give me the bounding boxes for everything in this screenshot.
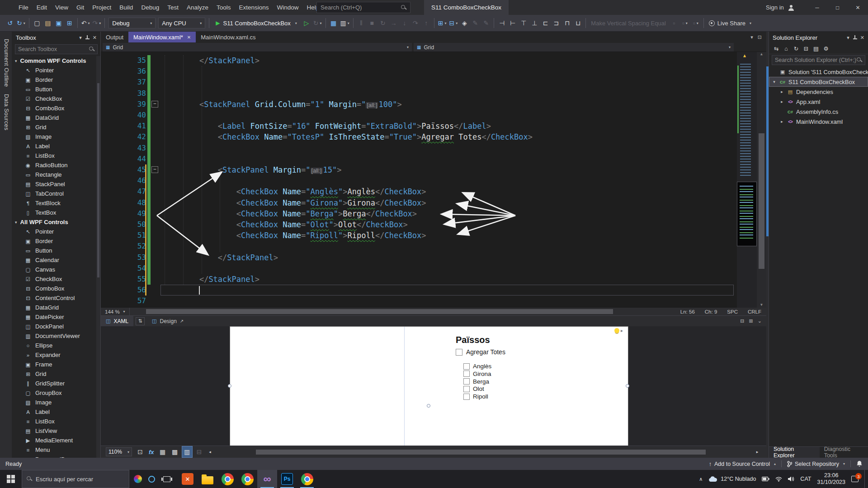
taskbar-app-file-explorer[interactable] [198,470,217,488]
close-button[interactable]: ✕ [848,0,868,15]
dock-icon[interactable]: ⊔ [572,17,583,29]
widgets-icon[interactable] [134,475,142,483]
taskbar-clock[interactable]: 23:06 31/10/2023 [817,472,845,486]
code-line-50[interactable]: 50 <CheckBox Name="Olot">Olot</CheckBox> [101,219,766,230]
tab-mainwindow-xaml[interactable]: MainWindow.xaml*✕ [128,32,196,42]
toolbox-item-label[interactable]: ALabel [12,141,100,151]
code-editor[interactable]: 35 </StackPanel>36373839− <StackPanel Gr… [101,52,766,308]
menu-git[interactable]: Git [72,0,88,15]
uncomment-icon[interactable]: ✎ [481,17,491,29]
toolbox-item-menu[interactable]: ≡Menu [12,445,100,455]
lightbulb-suggestion[interactable]: ▸ [614,328,623,333]
wifi-icon[interactable] [775,477,782,482]
menu-view[interactable]: View [51,0,72,15]
show-next-statement-icon[interactable]: → [388,17,399,29]
design-view-tab[interactable]: ◫Design↗ [147,316,189,327]
snap-to-grid-icon[interactable]: ▩ [170,446,180,458]
restart-icon[interactable]: ↻ [377,17,388,29]
hot-reload-icon[interactable]: ↻▾ [312,17,323,29]
scrollbar-thumb[interactable] [256,450,706,455]
close-tab-icon[interactable]: ✕ [187,35,191,40]
horizontal-scrollbar[interactable] [130,308,673,315]
design-surface[interactable]: Païssos Agregar Totes AnglèsGironaBergaO… [101,326,766,446]
menu-tools[interactable]: Tools [212,0,235,15]
menu-build[interactable]: Build [115,0,137,15]
taskbar-app-photoshop[interactable]: Ps [277,470,297,488]
live-share-button[interactable]: Live Share▾ [706,20,754,27]
toolbox-item-border[interactable]: ▣Border [12,236,100,246]
toolbox-item-border[interactable]: ▣Border [12,75,100,84]
minimap[interactable]: ▲ [737,52,757,308]
spacing-equal-icon-2[interactable]: ▫▾ [679,17,690,29]
battery-icon[interactable] [762,477,769,481]
toolbox-item-rectangle[interactable]: ▭Rectangle [12,170,100,179]
solution-configuration-select[interactable]: Debug▾ [108,18,156,28]
toolbox-item-combobox[interactable]: ⊟ComboBox [12,284,100,293]
tree-item-assemblyinfo-cs[interactable]: C#AssemblyInfo.cs [769,107,868,117]
code-line-47[interactable]: 47 <CheckBox Name="Anglès">Anglès</Check… [101,186,766,197]
same-height-icon[interactable]: ⊐ [551,17,561,29]
spacing-equal-icon-1[interactable]: ▫ [669,17,679,29]
code-line-36[interactable]: 36 [101,66,766,77]
fold-marker[interactable]: − [151,166,158,173]
toolbox-item-datagrid[interactable]: ▦DataGrid [12,113,100,122]
zoom-fit-icon[interactable]: ⊡ [135,446,146,458]
bookmark-icon[interactable]: ◈ [459,17,470,29]
toolbox-item-listview[interactable]: ▤ListView [12,426,100,436]
tree-item-solution-s11-comboboxcheckbox[interactable]: ▣Solution 'S11 ComboBoxCheckBox' [769,67,868,77]
code-line-40[interactable]: 40 [101,110,766,121]
step-out-icon[interactable]: ↑ [421,17,432,29]
toolbox-item-canvas[interactable]: ▢Canvas [12,265,100,274]
code-line-46[interactable]: 46 [101,175,766,186]
toolbox-item-groupbox[interactable]: ▢GroupBox [12,388,100,398]
toolbox-item-radiobutton[interactable]: ◉RadioButton [12,160,100,170]
switch-views-icon[interactable]: ⇆ [772,44,781,53]
hidden-icons-chevron[interactable]: ∧ [699,476,703,482]
save-icon[interactable]: ▣ [53,17,64,29]
show-annotations-icon[interactable]: ⊟ [194,446,205,458]
toolbox-item-contentcontrol[interactable]: ⊡ContentControl [12,293,100,303]
select-repository-button[interactable]: Select Repository ▾ [787,461,845,467]
code-line-39[interactable]: 39− <StackPanel Grid.Column="1" Margin="… [101,99,766,110]
solution-platform-select[interactable]: Any CPU▾ [158,18,205,28]
menu-file[interactable]: File [14,0,33,15]
toolbox-item-datagrid[interactable]: ▦DataGrid [12,303,100,312]
side-tab-document-outline[interactable]: Document Outline [3,39,9,87]
same-size-icon[interactable]: ⊓ [561,17,572,29]
close-panel-icon[interactable]: ✕ [93,35,97,41]
chevron-down-icon[interactable]: ▾ [847,35,849,41]
menu-project[interactable]: Project [88,0,115,15]
minimap-viewport[interactable] [737,182,757,246]
toolbox-scrollbar[interactable] [96,56,100,458]
nav-forward-icon[interactable]: ↻▾ [15,17,27,29]
toolbox-item-frame[interactable]: ▣Frame [12,360,100,369]
code-line-44[interactable]: 44 [101,154,766,164]
sign-in-button[interactable]: Sign in [766,0,794,15]
toolbox-item-listbox[interactable]: ≡ListBox [12,417,100,426]
swap-panes-icon[interactable]: ⇅ [136,317,145,325]
toolbox-item-tabcontrol[interactable]: ◫TabControl [12,189,100,198]
code-line-55[interactable]: 55 </StackPanel> [101,274,766,285]
code-line-52[interactable]: 52 [101,241,766,252]
taskbar-search-box[interactable]: Escriu aquí per cercar [22,470,129,488]
toolbox-item-stackpanel[interactable]: ▤StackPanel [12,179,100,189]
same-width-icon[interactable]: ⊏ [540,17,551,29]
redo-icon[interactable]: ↷▾ [91,17,103,29]
toolbox-item-mediaelement[interactable]: ▶MediaElement [12,436,100,445]
toolbox-item-image[interactable]: ▧Image [12,132,100,141]
vertical-scrollbar[interactable]: ▲▼ [757,52,766,308]
solution-search-input[interactable]: Search Solution Explorer (Ctrl+;) [772,55,865,65]
toolbox-item-dockpanel[interactable]: ◫DockPanel [12,322,100,331]
scrollbar-thumb[interactable] [146,309,613,314]
breadcrumb-left-dropdown[interactable]: ▦Grid ▾ [103,43,412,52]
toolbox-item-passwordbox[interactable]: ∗PasswordBox [12,455,100,458]
taskbar-app-visual-studio[interactable]: ∞ [257,470,277,488]
menu-edit[interactable]: Edit [33,0,51,15]
panel-tab-diagnostic-tools[interactable]: Diagnostic Tools [820,447,868,458]
edit-style-icon[interactable]: ⊟▾ [448,17,459,29]
expand-pane-icon[interactable]: ⊞ [749,318,753,324]
vertical-split-icon[interactable]: ⊟ [740,318,744,324]
spacing-equal-icon-3[interactable]: ▫▾ [690,17,701,29]
scroll-down-icon[interactable]: ▼ [757,303,766,307]
toolbox-item-button[interactable]: ▭Button [12,84,100,94]
